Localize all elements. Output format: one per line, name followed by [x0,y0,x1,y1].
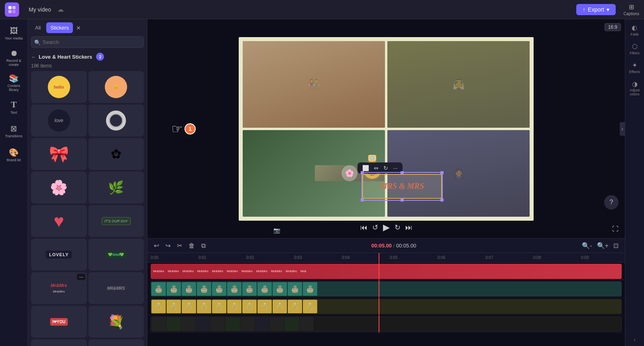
delete-button[interactable]: 🗑 [187,241,196,250]
playback-controls: ⏮ ↺ ▶ ↻ ⏭ [360,222,412,233]
sidebar-item-text[interactable]: T Text [2,96,26,119]
text-icon: T [11,99,17,110]
play-pause-button[interactable]: ▶ [383,222,390,233]
tab-all[interactable]: All [31,22,45,33]
back-arrow-icon[interactable]: ← [31,54,36,60]
skip-to-end-button[interactable]: ⏭ [405,223,412,232]
current-time: 00:05.00 [371,243,392,249]
timeline-content: 0:00 0:01 0:02 0:03 0:04 0:05 0:06 0:07 … [147,253,625,346]
svg-rect-3 [12,10,16,13]
sticker-hello[interactable]: hello [31,71,87,103]
screenshot-button[interactable]: 📷 [273,227,280,233]
sticker-floral-circle[interactable]: ✿* [88,138,144,170]
sticker-peach[interactable]: 😊 [88,71,144,103]
skip-to-start-button[interactable]: ⏮ [360,223,367,232]
collapse-right-panel-button[interactable]: › [620,122,625,136]
photo-cell-4: 🤵 [387,130,530,217]
search-icon: 🔍 [34,39,41,45]
sidebar-item-brand-kit[interactable]: 🎨 Brand kit [2,144,26,166]
main-area: 🖼 Your media ⏺ Record & create 📚 Content… [0,19,644,346]
export-button[interactable]: ↑ Export ▾ [576,4,615,15]
sticker-crop-button[interactable]: ⬜ [361,164,371,172]
sticker-wed[interactable]: 💚Wed💚 [88,239,144,271]
sidebar-item-record-create[interactable]: ⏺ Record & create [2,46,26,69]
duplicate-button[interactable]: ⧉ [200,241,207,250]
sticker-i-love-you[interactable]: I❤YOU [31,306,87,338]
timeline-toolbar: ↩ ↪ ✂ 🗑 ⧉ 00:05.00 / 00:05.00 🔍- 🔍+ ⊡ [147,239,625,253]
filters-tool[interactable]: ⬡ Filters [628,41,641,57]
sticker-more-options-button[interactable]: ··· [391,164,399,172]
track-row-text: Mr&Mrs Mr&Mrs Mr&Mrs Mr&Mrs Mr&Mrs Mr&Mr… [147,263,625,280]
svg-rect-1 [12,6,16,9]
your-media-icon: 🖼 [10,26,18,36]
search-bar: 🔍 [31,36,144,48]
sticker-bow[interactable]: 🎀 [31,138,87,170]
timeline-timecode: 00:05.00 / 00:05.00 [371,243,416,249]
sticker-mr-mrs-2[interactable]: MR&MRS [88,272,144,304]
zoom-in-button[interactable]: 🔍+ [595,241,610,250]
rewind-button[interactable]: ↺ [372,223,378,232]
fit-to-window-button[interactable]: ⊡ [612,241,620,250]
track-clip-video[interactable] [151,316,622,332]
sticker-branch[interactable]: 🌿 [88,172,144,204]
video-title-button[interactable]: My video [26,5,54,14]
track-row-ring: 💍 💍 💍 💍 💍 💍 💍 💍 💍 💍 💍 [147,298,625,315]
playhead[interactable] [379,253,379,262]
timeline-tracks[interactable]: 0:00 0:01 0:02 0:03 0:04 0:05 0:06 0:07 … [147,253,625,346]
sticker-lovely[interactable]: LOVELY [31,239,87,271]
forward-button[interactable]: ↻ [395,223,401,232]
sticker-flip-button[interactable]: ⇔ [372,164,380,172]
tab-close-button[interactable]: ✕ [75,24,82,32]
sticker-love-text[interactable]: love [31,105,87,136]
brand-kit-icon: 🎨 [9,148,19,157]
zoom-out-button[interactable]: 🔍- [580,241,593,250]
search-input[interactable] [31,36,144,48]
fullscreen-button[interactable]: ⛶ [612,225,618,233]
track-clip-text[interactable]: Mr&Mrs Mr&Mrs Mr&Mrs Mr&Mrs Mr&Mrs Mr&Mr… [151,264,622,279]
tutorial-cursor-1: ☞ [171,121,183,136]
undo-button[interactable]: ↩ [152,241,161,250]
tab-stickers[interactable]: Stickers [46,22,73,33]
track-clip-cake[interactable]: 🎂 🎂 🎂 🎂 🎂 🎂 🎂 🎂 🎂 🎂 🎂 [151,281,622,297]
help-button[interactable]: ? [604,195,618,210]
track-clip-ring[interactable]: 💍 💍 💍 💍 💍 💍 💍 💍 💍 💍 💍 [151,299,622,314]
sticker-flower-bouquet[interactable]: 💐 [88,306,144,338]
video-canvas: 👫 👰 🌸 [239,37,534,221]
effects-tool[interactable]: ✦ Effects [628,60,642,75]
mrs-mrs-sticker[interactable]: MRS & MRS [362,174,442,199]
sidebar-item-transitions[interactable]: ⊠ Transitions [2,120,26,142]
adjust-colors-tool[interactable]: ◑ Adjust colors [625,79,644,98]
redo-button[interactable]: ↪ [164,241,172,250]
track-row-cake: 🎂 🎂 🎂 🎂 🎂 🎂 🎂 🎂 🎂 🎂 🎂 [147,280,625,298]
sidebar-item-your-media[interactable]: 🖼 Your media [2,22,26,45]
sticker-ring[interactable] [88,105,144,136]
cut-button[interactable]: ✂ [175,241,184,250]
sticker-mr-mrs-1[interactable]: ··· Mr&MrsMr&Mrs ☞ 3 [31,272,87,304]
sticker-toolbar: ⬜ ⇔ ↻ ··· [357,162,402,174]
captions-button[interactable]: ⊞ Captions [624,3,639,16]
center-area: ☞ 1 👫 👰 [147,19,625,346]
preview-area: ☞ 1 👫 👰 [147,19,625,238]
zoom-controls: 🔍- 🔍+ ⊡ [580,241,620,250]
sticker-pink-flower[interactable]: 🌸 [31,339,87,346]
sticker-its-our-day[interactable]: IT'S OUR DAY [88,205,144,237]
expand-panel-button[interactable]: ‹ [634,336,636,343]
content-library-icon: 📚 [9,73,19,83]
sticker-heart[interactable]: ♥ [31,205,87,237]
sidebar-item-content-library[interactable]: 📚 Content library [2,71,26,95]
video-title-area: My video ☁ [26,5,64,14]
cloud-save-icon: ☁ [57,6,64,13]
stickers-panel: All Stickers ✕ 🔍 ← Love & Heart Stickers… [28,19,147,346]
transitions-icon: ⊠ [10,124,17,133]
playhead-track1 [379,263,379,280]
effects-icon: ✦ [632,61,637,69]
sticker-more-button[interactable]: ··· [77,274,85,280]
sticker-rotate-button[interactable]: ↻ [382,164,390,172]
sticker-dress[interactable]: 👗 [88,339,144,346]
nav-sidebar: 🖼 Your media ⏺ Record & create 📚 Content… [0,19,28,346]
sticker-flowers[interactable]: 🌸 [31,172,87,204]
fade-tool[interactable]: ◐ Fade [629,22,640,38]
timeline-ruler: 0:00 0:01 0:02 0:03 0:04 0:05 0:06 0:07 … [147,253,625,263]
record-icon: ⏺ [10,49,18,58]
total-time: 00:05.00 [396,243,416,249]
